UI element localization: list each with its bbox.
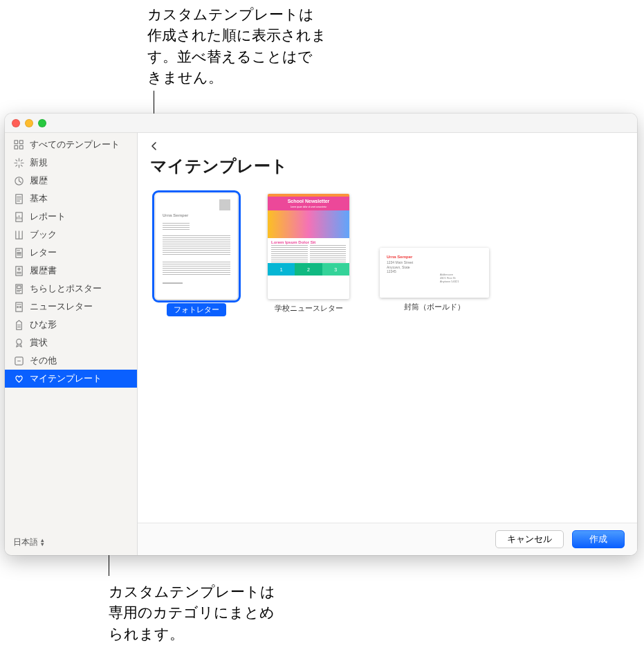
sidebar-item-label: 新規: [30, 156, 48, 169]
sidebar-item-clock[interactable]: 履歴: [5, 172, 137, 190]
language-label: 日本語: [13, 536, 38, 548]
zoom-window-button[interactable]: [38, 119, 46, 127]
template-item[interactable]: Urna Semper 1234 Main StreetAnytown, Sta…: [380, 194, 489, 312]
book-icon: [13, 229, 24, 240]
sidebar-item-label: その他: [30, 354, 57, 367]
sidebar-item-label: ブック: [30, 228, 57, 241]
stationery-icon: [13, 319, 24, 330]
poster-icon: [13, 283, 24, 294]
other-icon: [13, 355, 24, 366]
template-chooser-window: すべてのテンプレート 新規 履歴 基本 レポート ブック レター 履歴書 ちらし…: [5, 114, 637, 555]
create-button[interactable]: 作成: [572, 530, 625, 548]
sidebar-item-poster[interactable]: ちらしとポスター: [5, 280, 137, 298]
sidebar-item-award[interactable]: 賞状: [5, 334, 137, 352]
grid-icon: [13, 139, 24, 150]
sidebar-item-label: 履歴書: [30, 264, 57, 277]
sidebar-item-letter[interactable]: レター: [5, 244, 137, 262]
sidebar-item-label: ひな形: [30, 318, 57, 331]
category-sidebar: すべてのテンプレート 新規 履歴 基本 レポート ブック レター 履歴書 ちらし…: [5, 133, 138, 555]
svg-rect-3: [19, 145, 23, 149]
award-icon: [13, 337, 24, 348]
svg-rect-7: [15, 248, 21, 257]
template-thumbnail[interactable]: Urna Semper 1234 Main StreetAnytown, Sta…: [380, 248, 489, 298]
template-label: 学校ニュースレター: [275, 303, 343, 314]
sidebar-item-label: マイテンプレート: [30, 372, 102, 385]
sidebar-item-label: レポート: [30, 210, 66, 223]
template-item[interactable]: Urna Semper フォトレター: [156, 194, 237, 316]
thumb-subtitle: Lorem Ipsum Dolor Sit: [268, 238, 349, 245]
callout-bottom: カスタムテンプレートは専用のカテゴリにまとめられます。: [109, 581, 288, 644]
sidebar-item-page[interactable]: 基本: [5, 190, 137, 208]
svg-rect-0: [14, 140, 17, 143]
thumb-name: Urna Semper: [163, 213, 230, 219]
sidebar-item-other[interactable]: その他: [5, 352, 137, 370]
template-thumbnail[interactable]: Urna Semper: [156, 194, 237, 299]
sidebar-item-book[interactable]: ブック: [5, 226, 137, 244]
heart-icon: [13, 373, 24, 384]
letter-icon: [13, 247, 24, 258]
callout-top: カスタムテンプレートは作成された順に表示されます。並べ替えることはできません。: [147, 4, 327, 89]
template-item[interactable]: School Newsletter Lorem ipsum dolor sit …: [268, 194, 349, 314]
cancel-button[interactable]: キャンセル: [495, 530, 564, 548]
updown-icon: ▴▾: [41, 539, 44, 546]
resume-icon: [13, 265, 24, 276]
svg-rect-12: [15, 302, 21, 311]
template-grid: Urna Semper フォトレター School Newsletter Lor…: [138, 186, 637, 523]
sidebar-item-label: レター: [30, 246, 57, 259]
sidebar-item-report[interactable]: レポート: [5, 208, 137, 226]
report-icon: [13, 211, 24, 222]
minimize-window-button[interactable]: [25, 119, 33, 127]
svg-rect-2: [14, 145, 17, 149]
sparkle-icon: [13, 157, 24, 168]
newsletter-icon: [13, 301, 24, 312]
main-panel: マイテンプレート Urna Semper フォトレター School Newsl…: [138, 133, 637, 555]
sidebar-item-stationery[interactable]: ひな形: [5, 316, 137, 334]
sidebar-item-label: ニュースレター: [30, 300, 93, 313]
sidebar-item-grid[interactable]: すべてのテンプレート: [5, 136, 137, 154]
sidebar-item-sparkle[interactable]: 新規: [5, 154, 137, 172]
page-icon: [13, 193, 24, 204]
template-label: 封筒（ボールド）: [404, 302, 465, 312]
dialog-footer: キャンセル 作成: [138, 523, 637, 555]
thumb-from: Urna Semper: [387, 255, 482, 259]
language-picker[interactable]: 日本語 ▴▾: [5, 530, 137, 555]
svg-point-9: [18, 268, 20, 270]
sidebar-item-label: 基本: [30, 192, 48, 205]
sidebar-item-label: 履歴: [30, 174, 48, 187]
template-thumbnail[interactable]: School Newsletter Lorem ipsum dolor sit …: [268, 194, 349, 299]
page-title: マイテンプレート: [150, 155, 625, 183]
window-titlebar: [5, 114, 637, 133]
svg-point-13: [16, 338, 21, 344]
sidebar-item-label: すべてのテンプレート: [30, 138, 120, 151]
sidebar-item-resume[interactable]: 履歴書: [5, 262, 137, 280]
thumb-title: School Newsletter: [268, 197, 349, 206]
close-window-button[interactable]: [12, 119, 20, 127]
clock-icon: [13, 175, 24, 186]
svg-rect-11: [17, 285, 21, 288]
back-button[interactable]: [150, 140, 163, 152]
sidebar-item-label: 賞状: [30, 336, 48, 349]
svg-rect-1: [19, 140, 23, 143]
sidebar-item-heart[interactable]: マイテンプレート: [5, 370, 137, 388]
sidebar-item-label: ちらしとポスター: [30, 282, 102, 295]
template-label: フォトレター: [167, 303, 226, 316]
sidebar-item-newsletter[interactable]: ニュースレター: [5, 298, 137, 316]
